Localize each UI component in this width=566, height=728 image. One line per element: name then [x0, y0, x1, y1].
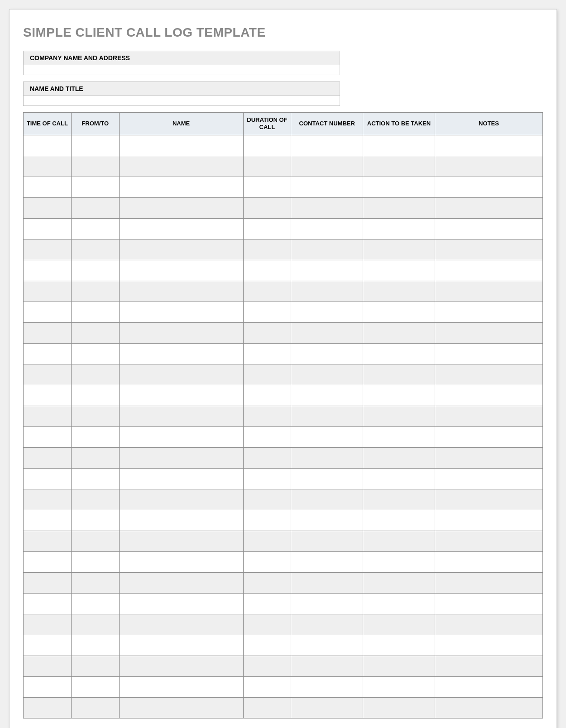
table-cell[interactable]	[363, 593, 435, 614]
table-cell[interactable]	[71, 281, 119, 302]
table-cell[interactable]	[291, 135, 363, 156]
table-cell[interactable]	[71, 197, 119, 218]
table-cell[interactable]	[71, 489, 119, 510]
table-cell[interactable]	[435, 489, 542, 510]
table-cell[interactable]	[435, 385, 542, 406]
table-cell[interactable]	[435, 364, 542, 385]
table-cell[interactable]	[363, 177, 435, 197]
table-cell[interactable]	[435, 510, 542, 531]
table-cell[interactable]	[435, 656, 542, 676]
table-cell[interactable]	[291, 572, 363, 593]
table-cell[interactable]	[291, 260, 363, 281]
table-cell[interactable]	[71, 406, 119, 426]
table-cell[interactable]	[71, 322, 119, 343]
table-cell[interactable]	[291, 239, 363, 260]
table-cell[interactable]	[435, 322, 542, 343]
table-cell[interactable]	[71, 531, 119, 551]
table-cell[interactable]	[363, 489, 435, 510]
table-cell[interactable]	[243, 343, 291, 364]
table-cell[interactable]	[24, 385, 72, 406]
table-cell[interactable]	[24, 197, 72, 218]
table-cell[interactable]	[435, 426, 542, 447]
table-cell[interactable]	[24, 364, 72, 385]
table-cell[interactable]	[119, 239, 243, 260]
table-cell[interactable]	[24, 426, 72, 447]
table-cell[interactable]	[363, 656, 435, 676]
table-cell[interactable]	[119, 510, 243, 531]
table-cell[interactable]	[435, 239, 542, 260]
table-cell[interactable]	[243, 218, 291, 239]
table-cell[interactable]	[363, 343, 435, 364]
table-cell[interactable]	[243, 156, 291, 177]
table-cell[interactable]	[71, 447, 119, 468]
table-cell[interactable]	[71, 135, 119, 156]
table-cell[interactable]	[435, 343, 542, 364]
table-cell[interactable]	[363, 156, 435, 177]
table-cell[interactable]	[363, 385, 435, 406]
table-cell[interactable]	[119, 302, 243, 322]
table-cell[interactable]	[24, 281, 72, 302]
table-cell[interactable]	[71, 510, 119, 531]
table-cell[interactable]	[291, 302, 363, 322]
table-cell[interactable]	[291, 364, 363, 385]
table-cell[interactable]	[363, 426, 435, 447]
table-cell[interactable]	[363, 218, 435, 239]
table-cell[interactable]	[435, 593, 542, 614]
table-cell[interactable]	[243, 197, 291, 218]
table-cell[interactable]	[243, 572, 291, 593]
table-cell[interactable]	[363, 551, 435, 572]
table-cell[interactable]	[119, 197, 243, 218]
table-cell[interactable]	[24, 531, 72, 551]
table-cell[interactable]	[243, 510, 291, 531]
table-cell[interactable]	[24, 510, 72, 531]
table-cell[interactable]	[24, 551, 72, 572]
table-cell[interactable]	[243, 468, 291, 489]
table-cell[interactable]	[119, 489, 243, 510]
table-cell[interactable]	[291, 426, 363, 447]
table-cell[interactable]	[435, 468, 542, 489]
table-cell[interactable]	[24, 135, 72, 156]
table-cell[interactable]	[291, 551, 363, 572]
table-cell[interactable]	[363, 572, 435, 593]
table-cell[interactable]	[435, 260, 542, 281]
table-cell[interactable]	[243, 697, 291, 718]
table-cell[interactable]	[435, 447, 542, 468]
table-cell[interactable]	[291, 697, 363, 718]
table-cell[interactable]	[71, 260, 119, 281]
table-cell[interactable]	[435, 218, 542, 239]
table-cell[interactable]	[291, 676, 363, 697]
table-cell[interactable]	[363, 468, 435, 489]
table-cell[interactable]	[291, 156, 363, 177]
table-cell[interactable]	[24, 260, 72, 281]
table-cell[interactable]	[435, 676, 542, 697]
table-cell[interactable]	[24, 156, 72, 177]
table-cell[interactable]	[243, 489, 291, 510]
table-cell[interactable]	[363, 676, 435, 697]
table-cell[interactable]	[243, 614, 291, 635]
table-cell[interactable]	[363, 635, 435, 656]
table-cell[interactable]	[363, 364, 435, 385]
table-cell[interactable]	[71, 364, 119, 385]
table-cell[interactable]	[119, 156, 243, 177]
company-info-input[interactable]	[23, 65, 340, 75]
table-cell[interactable]	[363, 531, 435, 551]
table-cell[interactable]	[119, 364, 243, 385]
table-cell[interactable]	[435, 135, 542, 156]
table-cell[interactable]	[71, 343, 119, 364]
table-cell[interactable]	[119, 218, 243, 239]
table-cell[interactable]	[363, 239, 435, 260]
table-cell[interactable]	[435, 156, 542, 177]
table-cell[interactable]	[291, 593, 363, 614]
table-cell[interactable]	[291, 635, 363, 656]
table-cell[interactable]	[291, 447, 363, 468]
table-cell[interactable]	[71, 676, 119, 697]
table-cell[interactable]	[243, 676, 291, 697]
table-cell[interactable]	[24, 406, 72, 426]
table-cell[interactable]	[71, 385, 119, 406]
table-cell[interactable]	[71, 697, 119, 718]
table-cell[interactable]	[24, 218, 72, 239]
table-cell[interactable]	[24, 468, 72, 489]
table-cell[interactable]	[119, 343, 243, 364]
table-cell[interactable]	[71, 218, 119, 239]
table-cell[interactable]	[243, 364, 291, 385]
